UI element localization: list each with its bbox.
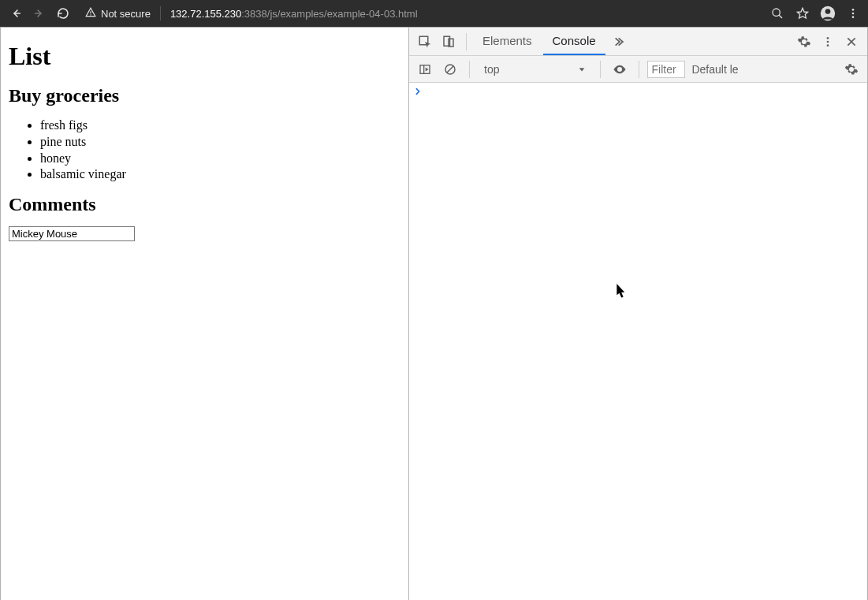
security-label: Not secure bbox=[101, 8, 151, 20]
url-path: :3838/js/examples/example-04-03.html bbox=[241, 8, 417, 20]
url-display[interactable]: 132.72.155.230:3838/js/examples/example-… bbox=[170, 8, 764, 20]
console-settings-gear-icon[interactable] bbox=[840, 58, 862, 80]
close-devtools-icon[interactable] bbox=[840, 31, 862, 53]
separator bbox=[469, 61, 470, 78]
device-toolbar-icon[interactable] bbox=[438, 31, 460, 53]
separator bbox=[639, 61, 639, 78]
list-item: pine nuts bbox=[40, 134, 400, 151]
inspect-element-icon[interactable] bbox=[414, 31, 436, 53]
comments-heading: Comments bbox=[9, 194, 400, 215]
devtools-tabbar: Elements Console bbox=[409, 28, 867, 56]
svg-line-5 bbox=[779, 15, 782, 18]
context-label: top bbox=[484, 63, 499, 76]
svg-point-3 bbox=[90, 14, 91, 15]
forward-button[interactable] bbox=[30, 4, 49, 23]
svg-marker-22 bbox=[426, 68, 427, 70]
list-item: fresh figs bbox=[40, 117, 400, 134]
settings-gear-icon[interactable] bbox=[793, 31, 815, 53]
console-sidebar-toggle-icon[interactable] bbox=[414, 58, 436, 80]
console-prompt-icon bbox=[414, 86, 422, 98]
more-tabs-icon[interactable] bbox=[607, 31, 629, 53]
svg-point-8 bbox=[825, 9, 831, 14]
separator bbox=[466, 33, 467, 50]
svg-point-10 bbox=[852, 13, 855, 15]
svg-line-24 bbox=[447, 66, 453, 73]
svg-marker-6 bbox=[797, 8, 807, 18]
svg-point-16 bbox=[827, 40, 829, 43]
live-expression-eye-icon[interactable] bbox=[609, 58, 631, 80]
browser-toolbar: Not secure 132.72.155.230:3838/js/exampl… bbox=[0, 0, 868, 27]
list-item: honey bbox=[40, 151, 400, 167]
svg-point-15 bbox=[827, 37, 829, 39]
zoom-icon[interactable] bbox=[769, 5, 786, 22]
warning-icon bbox=[85, 7, 96, 20]
svg-point-4 bbox=[773, 9, 780, 16]
url-host: 132.72.155.230 bbox=[170, 8, 241, 20]
address-separator bbox=[160, 6, 161, 20]
groceries-heading: Buy groceries bbox=[9, 85, 400, 106]
back-button[interactable] bbox=[6, 4, 25, 23]
console-output[interactable] bbox=[409, 83, 867, 600]
page-content: List Buy groceries fresh figs pine nuts … bbox=[1, 28, 408, 600]
devtools-menu-icon[interactable] bbox=[817, 31, 839, 53]
svg-point-17 bbox=[827, 44, 829, 47]
chevron-down-icon bbox=[578, 63, 586, 76]
list-item: balsamic vinegar bbox=[40, 166, 400, 183]
kebab-menu-icon[interactable] bbox=[844, 5, 862, 22]
log-level-selector[interactable]: Default le bbox=[688, 63, 741, 76]
console-filter-input[interactable] bbox=[647, 61, 685, 78]
console-toolbar: top Default le bbox=[409, 56, 867, 83]
svg-point-9 bbox=[852, 9, 855, 11]
profile-avatar-icon[interactable] bbox=[819, 5, 836, 22]
separator bbox=[600, 61, 601, 78]
reload-button[interactable] bbox=[54, 4, 73, 23]
svg-marker-25 bbox=[579, 68, 585, 71]
devtools-panel: Elements Console bbox=[408, 28, 867, 600]
comment-input[interactable] bbox=[9, 226, 135, 241]
tab-elements[interactable]: Elements bbox=[473, 28, 542, 55]
execution-context-selector[interactable]: top bbox=[478, 63, 592, 76]
tab-console[interactable]: Console bbox=[543, 28, 605, 55]
page-title: List bbox=[9, 42, 400, 71]
bookmark-star-icon[interactable] bbox=[794, 5, 811, 22]
groceries-list: fresh figs pine nuts honey balsamic vine… bbox=[9, 117, 400, 183]
security-indicator[interactable]: Not secure bbox=[85, 7, 151, 20]
clear-console-icon[interactable] bbox=[439, 58, 461, 80]
svg-point-11 bbox=[852, 16, 855, 18]
